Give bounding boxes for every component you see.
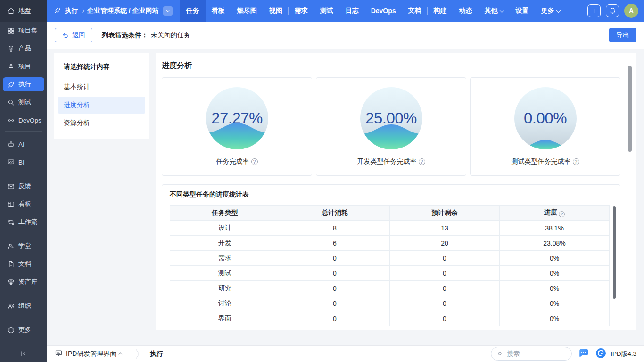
table-row: 设计 8 13 38.1% [170, 221, 610, 236]
cell-progress: 23.08% [500, 236, 610, 251]
footer-right: IPD版4.3 [491, 347, 636, 361]
topbar-tab[interactable]: 测试 [314, 0, 339, 22]
search-box[interactable] [491, 347, 572, 361]
breadcrumb: 执行 企业管理系统 / 企业网站 [54, 6, 173, 16]
help-icon[interactable]: ? [251, 158, 258, 165]
topbar-tab[interactable]: 燃尽图 [231, 0, 263, 22]
breadcrumb-project[interactable]: 企业管理系统 / 企业网站 [87, 7, 159, 15]
progress-table-card: 不同类型任务的进度统计表 任务类型 总计消耗 预计剩余 [162, 184, 620, 330]
sidebar-collapse-button[interactable] [0, 345, 47, 362]
cell-total-spent: 6 [280, 236, 390, 251]
doc-icon [7, 260, 15, 268]
export-button[interactable]: 导出 [609, 28, 636, 42]
help-icon[interactable]: ? [559, 211, 565, 217]
sidebar-item-label: 工作流 [18, 218, 38, 226]
sidebar-item-label: 项目集 [18, 26, 38, 35]
notification-bell-button[interactable] [606, 4, 619, 17]
workspace-switcher[interactable]: IPD研发管理界面 [55, 349, 123, 359]
cell-task-type: 讨论 [170, 296, 280, 311]
topbar-tab[interactable]: 任务 [180, 0, 206, 22]
stats-menu-item[interactable]: 基本统计 [58, 79, 145, 96]
footer-separator [135, 348, 140, 360]
topbar-tab[interactable]: 动态 [453, 0, 479, 22]
asset-icon [7, 278, 15, 286]
sidebar-item-label: 项目 [18, 62, 31, 71]
topbar-tab[interactable]: DevOps [365, 0, 402, 22]
topbar-tab[interactable]: 文档 [402, 0, 428, 22]
sidebar-item[interactable]: DevOps [3, 113, 44, 127]
sidebar-item[interactable]: 项目集 [3, 24, 44, 38]
help-icon[interactable]: ? [573, 158, 579, 165]
sidebar-item[interactable]: 产品 [3, 41, 44, 56]
topbar-tab[interactable]: 视图 [263, 0, 289, 22]
sidebar-item-label: 反馈 [18, 182, 31, 190]
sidebar-item[interactable]: AI [3, 137, 44, 151]
monitor-icon [55, 349, 63, 359]
topbar-tab[interactable]: 日志 [339, 0, 365, 22]
create-button[interactable] [587, 4, 601, 17]
sidebar-item-label: 学堂 [18, 242, 31, 250]
sidebar-item[interactable]: 学堂 [3, 239, 44, 253]
execution-icon [54, 7, 61, 16]
school-icon [7, 242, 15, 250]
topbar-tab[interactable]: 看板 [206, 0, 231, 22]
topbar-tab[interactable]: 其他 [479, 0, 510, 22]
topbar-tabs: 任务 看板 燃尽图 视图 [180, 0, 566, 22]
collapse-icon [20, 350, 28, 358]
workspace-name: IPD研发管理界面 [66, 350, 116, 358]
feedback-icon [7, 182, 15, 190]
cell-estimated-left: 0 [390, 266, 500, 281]
ai-icon [7, 140, 15, 148]
sidebar-item[interactable]: 工作流 [3, 215, 44, 229]
back-button[interactable]: 返回 [55, 28, 92, 42]
sidebar-item[interactable]: 更多 [3, 323, 44, 337]
topbar-actions: A [582, 4, 638, 18]
table-row: 研究 0 0 0% [170, 281, 610, 296]
liquid-gauge: 27.27% [206, 87, 268, 149]
org-icon [7, 302, 15, 310]
sidebar-item[interactable]: 测试 [3, 95, 44, 109]
table-header-cell: 预计剩余 [390, 206, 500, 221]
sidebar-item[interactable]: 项目 [3, 59, 44, 74]
sidebar-item[interactable]: 资产库 [3, 275, 44, 289]
cell-progress: 38.1% [500, 221, 610, 236]
stats-menu-item[interactable]: 进度分析 [58, 97, 145, 114]
project-dropdown-button[interactable] [163, 6, 173, 16]
sidebar-item[interactable]: 地盘 [0, 0, 47, 22]
topbar-tab[interactable]: 构建 [428, 0, 453, 22]
cell-task-type: 测试 [170, 266, 280, 281]
user-avatar[interactable]: A [624, 4, 638, 18]
cell-estimated-left: 0 [390, 296, 500, 311]
back-arrow-icon [62, 32, 69, 39]
execution-icon [7, 81, 15, 89]
topbar-tab[interactable]: 设置 [510, 0, 535, 22]
sidebar-item-label: 产品 [18, 44, 31, 53]
search-input[interactable] [507, 350, 566, 357]
cell-total-spent: 0 [280, 281, 390, 296]
stats-menu-item[interactable]: 资源分析 [58, 115, 145, 132]
table-scrollbar[interactable] [613, 206, 616, 324]
chevron-down-icon [499, 8, 504, 13]
sidebar-item-label: 更多 [18, 326, 31, 334]
sidebar-item[interactable]: BI [3, 155, 44, 169]
breadcrumb-section[interactable]: 执行 [65, 7, 78, 15]
table-scrollbar-thumb[interactable] [613, 206, 616, 299]
sidebar-item[interactable]: 执行 [3, 77, 44, 91]
cell-task-type: 界面 [170, 311, 280, 326]
project-icon [7, 63, 15, 71]
home-icon [7, 7, 15, 15]
table-header-row: 任务类型 总计消耗 预计剩余 进度? [170, 206, 610, 221]
search-icon [497, 351, 504, 357]
cell-estimated-left: 0 [390, 251, 500, 266]
sidebar-item[interactable]: 文档 [3, 257, 44, 271]
sidebar-item[interactable]: 反馈 [3, 179, 44, 193]
topbar: 执行 企业管理系统 / 企业网站 任务 看板 [47, 0, 644, 22]
chat-bubble-icon[interactable] [578, 348, 589, 360]
topbar-tab[interactable]: 需求 [289, 0, 314, 22]
topbar-tab[interactable]: 更多 [535, 0, 566, 22]
panel-scrollbar-thumb[interactable] [628, 66, 632, 152]
sidebar-item[interactable]: 组织 [3, 299, 44, 313]
sidebar-item[interactable]: 看板 [3, 197, 44, 211]
help-icon[interactable]: ? [419, 158, 425, 165]
liquid-gauge: 0.00% [514, 87, 577, 149]
